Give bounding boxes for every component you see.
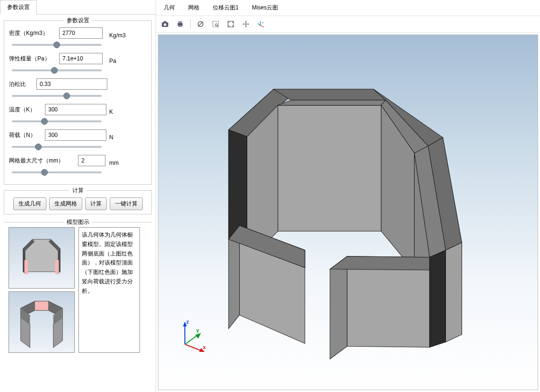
axes-icon[interactable]	[255, 18, 267, 30]
label-load: 荷载（N）	[9, 131, 42, 139]
svg-rect-17	[178, 21, 182, 23]
group-model-title: 模型图示	[64, 218, 92, 226]
label-poisson: 泊松比	[9, 80, 34, 88]
svg-point-15	[164, 23, 166, 26]
slider-load[interactable]	[12, 146, 102, 148]
param-density: 密度（Kg/m3） Kg/m3	[9, 27, 147, 39]
input-density[interactable]	[59, 27, 103, 39]
svg-marker-51	[429, 250, 445, 348]
slider-poisson[interactable]	[12, 95, 102, 97]
input-poisson[interactable]	[36, 78, 107, 90]
sidebar-tab-params[interactable]: 参数设置	[0, 0, 37, 15]
viewport-toolbar	[156, 16, 540, 33]
input-temp[interactable]	[45, 104, 106, 115]
tab-displacement[interactable]: 位移云图1	[212, 2, 240, 14]
input-modulus[interactable]	[59, 53, 103, 64]
svg-rect-5	[25, 260, 28, 274]
svg-marker-50	[446, 243, 462, 342]
group-compute-title: 计算	[70, 187, 87, 195]
model-description: 该几何体为几何体橱窗模型。固定该模型两侧底面（上图红色面），对该模型顶面（下图红…	[78, 227, 140, 353]
svg-line-26	[261, 26, 264, 27]
btn-gen-mesh[interactable]: 生成网格	[49, 197, 82, 210]
fit-view-icon[interactable]	[225, 18, 237, 30]
svg-rect-6	[55, 260, 59, 274]
group-compute: 计算 生成几何 生成网格 计算 一键计算	[4, 190, 152, 214]
main-tabs: 几何 网格 位移云图1 Mises云图	[156, 0, 540, 16]
svg-line-27	[258, 24, 260, 26]
group-params: 参数设置 密度（Kg/m3） Kg/m3 弹性模量（Pa） Pa 泊松比	[4, 20, 152, 185]
camera-icon[interactable]	[159, 18, 171, 30]
input-load[interactable]	[45, 129, 106, 141]
zoom-box-icon[interactable]	[209, 18, 222, 30]
param-mesh: 网格最大尺寸（mm） mm	[9, 155, 147, 166]
main-area: 几何 网格 位移云图1 Mises云图	[156, 0, 540, 392]
label-temp: 温度（K）	[9, 106, 42, 114]
svg-marker-59	[195, 333, 201, 339]
group-params-title: 参数设置	[64, 17, 92, 25]
unit-modulus: Pa	[109, 58, 147, 64]
thumb-top-view	[9, 227, 75, 289]
svg-text:x: x	[203, 344, 206, 350]
btn-one-click[interactable]: 一键计算	[110, 197, 143, 210]
tab-geometry[interactable]: 几何	[163, 2, 176, 14]
model-3d	[158, 35, 538, 390]
svg-rect-14	[164, 21, 166, 23]
sidebar: 参数设置 参数设置 密度（Kg/m3） Kg/m3 弹性模量（Pa） Pa 泊松…	[0, 0, 156, 392]
pan-icon[interactable]	[240, 18, 252, 30]
group-model: 模型图示	[4, 220, 152, 357]
viewport-3d[interactable]: z x y	[158, 34, 538, 390]
svg-marker-49	[330, 256, 430, 270]
input-mesh[interactable]	[78, 155, 105, 166]
svg-rect-18	[178, 25, 182, 27]
unit-mesh: mm	[109, 160, 147, 166]
param-poisson: 泊松比	[9, 78, 147, 90]
svg-marker-30	[274, 89, 386, 100]
svg-marker-31	[278, 105, 382, 231]
reset-view-icon[interactable]	[194, 18, 207, 30]
svg-line-55	[185, 344, 202, 351]
thumb-bottom-view	[9, 291, 75, 353]
label-density: 密度（Kg/m3）	[9, 29, 56, 37]
tab-mesh[interactable]: 网格	[187, 2, 200, 14]
orientation-triad: z x y	[175, 316, 213, 354]
slider-mesh[interactable]	[12, 171, 102, 173]
slider-modulus[interactable]	[12, 69, 102, 71]
svg-marker-48	[330, 256, 347, 359]
svg-text:y: y	[196, 327, 200, 333]
svg-text:z: z	[186, 319, 189, 324]
svg-marker-8	[35, 301, 49, 311]
app-root: 参数设置 参数设置 密度（Kg/m3） Kg/m3 弹性模量（Pa） Pa 泊松…	[0, 0, 540, 392]
btn-gen-geom[interactable]: 生成几何	[13, 197, 46, 210]
param-temp: 温度（K） K	[9, 104, 147, 115]
slider-density[interactable]	[12, 44, 102, 46]
slider-temp[interactable]	[12, 120, 102, 122]
svg-marker-34	[278, 100, 386, 105]
label-mesh: 网格最大尺寸（mm）	[9, 157, 75, 165]
sidebar-tabs: 参数设置	[0, 0, 156, 15]
tab-mises[interactable]: Mises云图	[251, 2, 279, 14]
param-modulus: 弹性模量（Pa） Pa	[9, 53, 147, 64]
param-load: 荷载（N） N	[9, 129, 147, 141]
toolbar-separator	[190, 19, 191, 29]
btn-compute[interactable]: 计算	[85, 197, 107, 210]
unit-load: N	[109, 134, 147, 141]
unit-temp: K	[109, 109, 147, 115]
unit-density: Kg/m3	[109, 32, 147, 39]
label-modulus: 弹性模量（Pa）	[9, 55, 56, 63]
print-icon[interactable]	[174, 18, 186, 30]
svg-line-58	[185, 335, 198, 344]
